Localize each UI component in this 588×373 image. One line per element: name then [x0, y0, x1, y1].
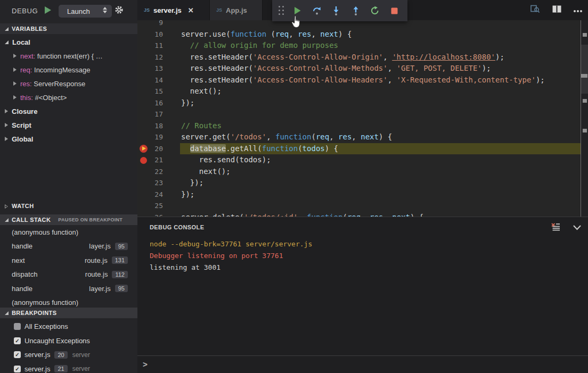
stop-button[interactable]: [385, 0, 404, 21]
variable-next[interactable]: next: function next(err) { …: [0, 49, 137, 63]
breakpoint-gutter[interactable]: 21: [137, 154, 181, 166]
breakpoint-gutter[interactable]: 18: [137, 120, 181, 132]
scope-closure[interactable]: Closure: [0, 104, 137, 118]
code-line-10[interactable]: 10server.use(function (req, res, next) {: [137, 29, 581, 40]
breakpoint-gutter[interactable]: 24: [137, 189, 181, 201]
breakpoint-gutter[interactable]: 15: [137, 86, 181, 97]
stack-frame[interactable]: nextroute.js131: [0, 253, 137, 268]
breakpoint-gutter[interactable]: 26: [137, 212, 181, 217]
code-line-24[interactable]: 24});: [137, 189, 581, 201]
breakpoint-line-badge: 20: [54, 351, 67, 359]
breakpoint-gutter[interactable]: 14: [137, 74, 181, 86]
clear-console-icon[interactable]: [551, 222, 561, 234]
variable-name: req:: [20, 66, 32, 74]
breakpoint-gutter[interactable]: 12: [137, 52, 181, 63]
call-stack-section-header[interactable]: CALL STACK PAUSED ON BREAKPOINT: [0, 214, 137, 225]
stack-frame[interactable]: (anonymous function): [0, 225, 137, 239]
scope-script[interactable]: Script: [0, 118, 137, 132]
collapse-panel-chevron-icon[interactable]: [573, 223, 582, 233]
frame-name: (anonymous function): [12, 299, 78, 306]
start-debugging-icon[interactable]: [45, 6, 51, 14]
localhost-link[interactable]: 'http://localhost:8080': [392, 53, 495, 61]
launch-config-dropdown[interactable]: Launch: [59, 5, 112, 18]
more-actions-icon[interactable]: [573, 5, 583, 15]
split-editor-icon[interactable]: [552, 5, 562, 15]
variable-req[interactable]: req: IncomingMessage: [0, 63, 137, 77]
breakpoint-item[interactable]: All Exceptions: [0, 319, 137, 334]
step-out-button[interactable]: [346, 0, 365, 21]
breakpoint-item[interactable]: ✓server.js21server: [0, 362, 137, 373]
variable-this[interactable]: this: #<Object>: [0, 90, 137, 104]
code-line-16[interactable]: 16});: [137, 97, 581, 109]
step-over-button[interactable]: [307, 0, 326, 21]
breakpoint-checkbox[interactable]: ✓: [14, 351, 21, 358]
code-line-21[interactable]: 21 res.send(todos);: [137, 154, 581, 166]
overview-ruler[interactable]: [581, 20, 588, 217]
watch-section-header[interactable]: WATCH: [0, 201, 137, 211]
expand-twistie-icon: [5, 311, 9, 315]
code-line-26[interactable]: 26server.delete('/todos/:id', function(r…: [137, 212, 581, 217]
code-line-14[interactable]: 14 res.setHeader('Access-Control-Allow-H…: [137, 74, 581, 86]
debug-settings-gear-icon[interactable]: [115, 5, 124, 16]
breakpoint-label: server.js: [24, 365, 50, 373]
line-number: 18: [137, 120, 163, 132]
frame-name: dispatch: [12, 270, 37, 278]
code-editor[interactable]: 910server.use(function (req, res, next) …: [137, 20, 588, 217]
restart-button[interactable]: [365, 0, 385, 21]
breakpoint-label: All Exceptions: [24, 322, 68, 330]
breakpoint-gutter[interactable]: 9: [137, 20, 181, 29]
scrollbar-thumb[interactable]: [581, 45, 588, 94]
panel-actions: [551, 222, 582, 234]
code-line-15[interactable]: 15 next();: [137, 86, 581, 97]
breakpoint-item[interactable]: ✓server.js20server: [0, 347, 137, 362]
variable-res[interactable]: res: ServerResponse: [0, 77, 137, 90]
breakpoint-gutter[interactable]: 10: [137, 29, 181, 40]
open-preview-icon[interactable]: [530, 4, 541, 16]
toolbar-drag-grip[interactable]: [275, 5, 288, 16]
breakpoint-checkbox[interactable]: ✓: [14, 337, 21, 344]
code-line-25[interactable]: 25: [137, 200, 581, 212]
frame-name: next: [12, 256, 25, 264]
code-line-23[interactable]: 23 });: [137, 177, 581, 189]
breakpoint-gutter[interactable]: 20: [137, 143, 181, 155]
code-line-11[interactable]: 11 // allow origin for demo purposes: [137, 40, 581, 52]
repl-input-row[interactable]: >: [137, 355, 588, 373]
breakpoint-gutter[interactable]: 17: [137, 109, 181, 120]
breakpoint-item[interactable]: ✓Uncaught Exceptions: [0, 334, 137, 348]
close-tab-icon[interactable]: ✕: [188, 7, 194, 14]
code-line-20[interactable]: 20 database.getAll(function(todos) {: [137, 143, 581, 155]
ruler-decoration: [583, 99, 587, 103]
editor-tab-app-js[interactable]: JSApp.js: [209, 0, 263, 20]
step-into-button[interactable]: [326, 0, 346, 21]
scope-global[interactable]: Global: [0, 132, 137, 146]
breakpoint-line-badge: 21: [54, 365, 67, 372]
continue-button[interactable]: [288, 0, 307, 21]
stack-frame[interactable]: dispatchroute.js112: [0, 268, 137, 282]
code-line-17[interactable]: 17: [137, 109, 581, 120]
editor-tab-server-js[interactable]: JSserver.js✕: [137, 0, 209, 20]
breakpoint-gutter[interactable]: 11: [137, 40, 181, 52]
code-line-13[interactable]: 13 res.setHeader('Access-Control-Allow-M…: [137, 63, 581, 74]
stack-frame[interactable]: handlelayer.js95: [0, 239, 137, 254]
variables-section-header[interactable]: VARIABLES: [0, 23, 137, 34]
code-line-19[interactable]: 19server.get('/todos', function(req, res…: [137, 131, 581, 143]
breakpoint-checkbox[interactable]: ✓: [14, 366, 21, 372]
breakpoint-gutter[interactable]: 22: [137, 166, 181, 178]
line-number: 16: [137, 97, 163, 109]
code-line-12[interactable]: 12 res.setHeader('Access-Control-Allow-O…: [137, 52, 581, 63]
breakpoints-section-header[interactable]: BREAKPOINTS: [0, 308, 137, 318]
breakpoint-gutter[interactable]: 19: [137, 131, 181, 143]
breakpoint-checkbox[interactable]: [14, 323, 21, 330]
code-line-18[interactable]: 18// Routes: [137, 120, 581, 132]
console-line-error: Debugger listening on port 37761: [150, 250, 312, 262]
frame-line-badge: 112: [112, 271, 128, 278]
code-line-9[interactable]: 9: [137, 20, 581, 29]
stack-frame[interactable]: (anonymous function): [0, 296, 137, 307]
scope-local[interactable]: Local: [0, 35, 137, 49]
breakpoint-gutter[interactable]: 16: [137, 97, 181, 109]
breakpoint-gutter[interactable]: 23: [137, 177, 181, 189]
breakpoint-gutter[interactable]: 25: [137, 200, 181, 212]
code-line-22[interactable]: 22 next();: [137, 166, 581, 178]
breakpoint-gutter[interactable]: 13: [137, 63, 181, 74]
stack-frame[interactable]: handlelayer.js95: [0, 281, 137, 296]
